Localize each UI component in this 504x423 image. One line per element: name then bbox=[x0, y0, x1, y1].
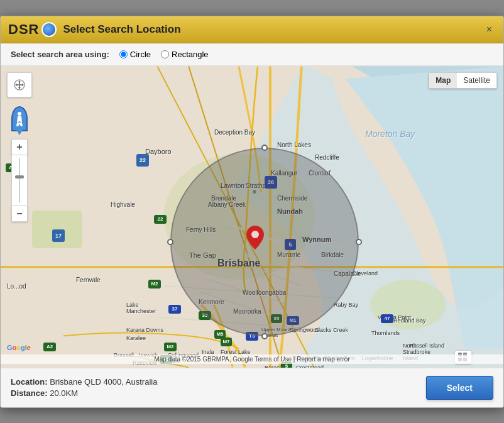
map-attribution: Map data ©2015 GBRMPA, Google Terms of U… bbox=[1, 354, 503, 364]
map-container[interactable]: + − Map Satellite Google bbox=[1, 66, 503, 368]
dsr-text: DSR bbox=[8, 21, 39, 38]
road-badge-37: 37 bbox=[168, 305, 181, 314]
place-slacks-creek: Slacks Creek bbox=[315, 327, 348, 333]
svg-point-21 bbox=[18, 112, 21, 116]
zoom-in-button[interactable]: + bbox=[11, 139, 28, 155]
circle-handle-right[interactable] bbox=[356, 239, 362, 245]
circle-handle-bottom[interactable] bbox=[261, 333, 268, 339]
google-logo: Google bbox=[7, 344, 31, 351]
place-redland-bay: Redland Bay bbox=[393, 317, 426, 324]
distance-value: 20.0KM bbox=[50, 388, 78, 398]
zoom-controls: + − bbox=[11, 139, 28, 222]
road-badge-17: 17 bbox=[52, 229, 65, 242]
place-birkdale: Birkdale bbox=[321, 251, 344, 258]
circle-handle-top[interactable] bbox=[261, 145, 268, 151]
rectangle-label: Rectangle bbox=[172, 50, 209, 59]
road-badge-22: 22 bbox=[136, 154, 149, 167]
road-badge-95: 95 bbox=[271, 314, 282, 323]
place-murarrie: Murarrie bbox=[277, 251, 300, 258]
road-badge-26: 26 bbox=[265, 176, 277, 189]
circle-option[interactable]: Circle bbox=[119, 50, 151, 59]
map-controls: + − bbox=[7, 72, 32, 222]
place-albany-creek: Albany Creek bbox=[208, 201, 246, 208]
zoom-out-button[interactable]: − bbox=[11, 206, 28, 222]
footer-info: Location: Brisbane QLD 4000, Australia D… bbox=[11, 377, 157, 398]
place-lowood: Lo...od bbox=[7, 283, 26, 290]
place-lake-manchester: LakeManchester bbox=[126, 302, 156, 314]
place-kallangur: Kallangur bbox=[271, 170, 297, 177]
road-badge-t3: T3 bbox=[246, 332, 258, 341]
place-ferny-hills: Ferny Hills bbox=[186, 226, 216, 233]
dsr-logo: DSR bbox=[8, 21, 57, 38]
location-info: Location: Brisbane QLD 4000, Australia bbox=[11, 377, 157, 387]
dialog-header: DSR Select Search Location × bbox=[1, 16, 503, 43]
place-highvale: Highvale bbox=[111, 201, 135, 208]
place-fernvale: Fernvale bbox=[76, 277, 101, 283]
pegman-control[interactable] bbox=[11, 106, 28, 131]
place-moreton-bay: Moreton Bay bbox=[365, 129, 415, 139]
search-area-row: Select search area using: Circle Rectang… bbox=[1, 43, 503, 66]
circle-handle-left[interactable] bbox=[167, 239, 173, 245]
map-type-controls: Map Satellite bbox=[429, 72, 497, 89]
road-badge-22b: 22 bbox=[154, 215, 167, 224]
place-cleveland: Cleveland bbox=[353, 270, 378, 277]
map-background bbox=[1, 66, 503, 368]
svg-point-19 bbox=[251, 231, 259, 238]
place-clontarf: Clontarf bbox=[309, 170, 331, 177]
place-chermside: Chermside bbox=[277, 195, 307, 202]
place-moorooka: Moorooka bbox=[233, 308, 261, 315]
road-badge-a2: A2 bbox=[43, 343, 56, 351]
place-north-lakes: North Lakes bbox=[277, 141, 311, 148]
place-thornlands: Thornlands bbox=[371, 330, 400, 336]
distance-info: Distance: 20.0KM bbox=[11, 388, 157, 398]
close-button[interactable]: × bbox=[483, 23, 496, 36]
map-view-button[interactable]: Map bbox=[429, 73, 457, 88]
place-crestmead: Crestmead bbox=[296, 365, 324, 368]
location-value: Brisbane QLD 4000, Australia bbox=[50, 377, 157, 387]
place-deception-bay: Deception Bay bbox=[214, 129, 255, 136]
road-badge-m2b: M2 bbox=[164, 343, 177, 351]
search-area-label: Select search area using: bbox=[11, 50, 109, 59]
place-nundah: Nundah bbox=[277, 207, 303, 215]
dialog-footer: Location: Brisbane QLD 4000, Australia D… bbox=[1, 368, 503, 407]
road-badge-m1: M1 bbox=[287, 316, 299, 325]
zoom-slider[interactable] bbox=[11, 155, 28, 206]
svg-point-17 bbox=[253, 190, 256, 194]
place-brisbane: Brisbane bbox=[217, 258, 260, 269]
distance-label: Distance: bbox=[11, 388, 48, 398]
pan-control[interactable] bbox=[7, 72, 32, 97]
attribution-text: Map data ©2015 GBRMPA, Google Terms of U… bbox=[154, 356, 349, 363]
select-button[interactable]: Select bbox=[426, 376, 493, 400]
place-wynnum: Wynnum bbox=[302, 236, 331, 243]
dialog-title: Select Search Location bbox=[63, 23, 180, 36]
place-dayboro: Dayboro bbox=[145, 148, 172, 155]
satellite-view-button[interactable]: Satellite bbox=[457, 73, 496, 88]
select-location-dialog: DSR Select Search Location × Select sear… bbox=[0, 16, 504, 408]
place-kenmore: Kenmore bbox=[199, 299, 224, 305]
road-badge-5: 5 bbox=[285, 239, 296, 250]
road-badge-33: 33 bbox=[199, 311, 211, 320]
road-badge-47: 47 bbox=[381, 314, 393, 323]
header-left: DSR Select Search Location bbox=[8, 21, 181, 38]
place-raby-bay: Raby Bay bbox=[334, 302, 358, 308]
place-the-gap: The Gap bbox=[189, 251, 216, 259]
place-karana-downs: Karana Downs bbox=[126, 327, 163, 333]
rectangle-radio[interactable] bbox=[161, 50, 169, 58]
rectangle-option[interactable]: Rectangle bbox=[161, 50, 209, 59]
map-pin bbox=[246, 226, 264, 251]
circle-label: Circle bbox=[130, 50, 151, 59]
place-karalee: Karalee bbox=[126, 335, 146, 341]
place-woolloongabba: Woolloongabba bbox=[243, 289, 286, 296]
place-lawnton: Lawnton bbox=[221, 182, 244, 189]
location-label: Location: bbox=[11, 377, 48, 387]
road-badge-m7: M7 bbox=[221, 338, 232, 346]
road-badge-m2: M2 bbox=[148, 280, 161, 288]
circle-radio[interactable] bbox=[119, 50, 128, 58]
logo-icon bbox=[41, 22, 57, 37]
place-redcliffe: Redcliffe bbox=[315, 154, 339, 161]
